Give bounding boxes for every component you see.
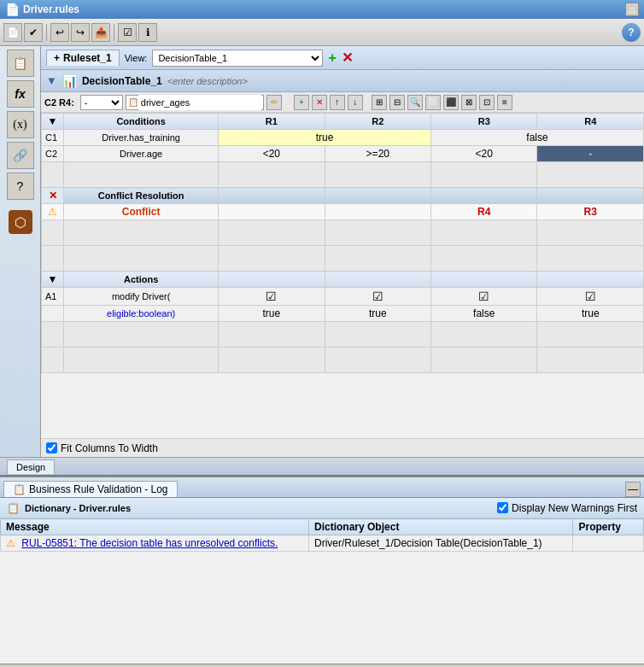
ruleset-bar: + Ruleset_1 View: DecisionTable_1 + ✕ [41,46,644,70]
conditions-collapse[interactable]: ▼ [42,114,64,130]
conflict-collapse[interactable]: ✕ [42,188,64,204]
dt-collapse-icon[interactable]: ▼ [46,74,57,87]
extra-btn-6[interactable]: ⊠ [461,95,477,110]
actions-r3-header [431,272,537,288]
eligible-r1[interactable]: true [219,306,325,322]
sidebar-btn-link[interactable]: 🔗 [7,142,34,169]
file-icon: 📄 [5,3,20,16]
delete-view-button[interactable]: ✕ [342,50,353,66]
design-tab-bar: Design [0,457,644,476]
conflict-r2[interactable] [325,204,430,220]
error-link[interactable]: RUL-05851: The decision table has unreso… [21,537,278,549]
maximize-button[interactable]: □ [625,3,639,16]
dt-name: DecisionTable_1 [82,75,162,87]
fit-columns-checkbox[interactable] [46,442,57,453]
log-message-cell: ⚠ RUL-05851: The decision table has unre… [1,535,309,552]
extra-btn-8[interactable]: ≡ [497,95,512,110]
eligible-r2[interactable]: true [325,306,430,322]
extra-btn-5[interactable]: ⬛ [443,95,459,110]
redo-button[interactable]: ↪ [71,23,90,42]
cr-type-select[interactable]: - [80,95,123,110]
ruleset-tab[interactable]: + Ruleset_1 [46,50,120,66]
extra-btn-3[interactable]: 🔍 [407,95,423,110]
view-select[interactable]: DecisionTable_1 [152,50,323,67]
conflict-r4-header [537,188,644,204]
move-down-button[interactable]: ↓ [348,95,363,110]
display-warnings-checkbox[interactable] [497,502,508,513]
c2-label[interactable]: Driver.age [64,146,219,162]
empty-row-5 [42,348,644,373]
r1-header: R1 [219,114,325,130]
conflict-r4-val[interactable]: R3 [537,204,644,220]
actions-collapse[interactable]: ▼ [42,272,64,288]
c2-r2[interactable]: >=20 [325,146,430,162]
info-button[interactable]: ℹ [138,23,157,42]
decision-table: ▼ Conditions R1 R2 R3 R4 C1 Driver.has_t… [41,113,644,438]
sidebar-btn-octagon[interactable]: ⬡ [9,210,32,234]
add-view-button[interactable]: + [328,50,336,66]
status-bar: SDK Warnings: 1 Last Validation Time: 11… [0,664,644,667]
design-tab[interactable]: Design [7,459,55,474]
minimize-panel-button[interactable]: — [625,482,641,497]
log-header-row: Message Dictionary Object Property [1,519,644,535]
left-sidebar: 📋 fx (x) 🔗 ? ⬡ [0,46,41,457]
extra-btn-2[interactable]: ⊟ [389,95,405,110]
display-warnings-label: Display New Warnings First [512,502,637,514]
c1-r1r2[interactable]: true [219,130,431,146]
check-button[interactable]: ☑ [118,23,137,42]
c1-id: C1 [42,130,64,146]
dt-description[interactable]: <enter description> [167,76,248,86]
extra-btn-4[interactable]: ⬜ [425,95,441,110]
export-button[interactable]: 📤 [91,23,110,42]
empty-row-1 [42,162,644,188]
c1-label[interactable]: Driver.has_training [64,130,219,146]
eligible-r3[interactable]: false [431,306,537,322]
add-col-button[interactable]: + [294,95,309,110]
new-button[interactable]: 📄 [3,23,22,42]
sidebar-btn-help[interactable]: ? [7,173,34,200]
fit-columns-bar: Fit Columns To Width [41,438,644,457]
table-row: A1 modify Driver( ☑ ☑ ☑ ☑ [42,288,644,306]
sidebar-btn-x[interactable]: (x) [7,111,34,138]
help-button[interactable]: ? [622,23,641,42]
del-col-button[interactable]: ✕ [312,95,327,110]
actions-header: Actions [64,272,219,288]
display-warnings-area: Display New Warnings First [497,502,637,514]
log-row: ⚠ RUL-05851: The decision table has unre… [1,535,644,552]
conflict-header: Conflict Resolution [64,188,219,204]
conflict-r3-val[interactable]: R4 [431,204,537,220]
validation-log-tab[interactable]: 📋 Business Rule Validation - Log [3,481,178,497]
col-message-header: Message [1,519,309,535]
log-content: Message Dictionary Object Property ⚠ RUL… [0,518,644,664]
cr-toolbar: C2 R4: - 📋 ✏ + ✕ ↑ ↓ ⊞ ⊟ 🔍 ⬜ ⬛ ⊠ ⊡ ≡ [41,92,644,113]
a1-r4[interactable]: ☑ [537,288,644,306]
table-row: C2 Driver.age <20 >=20 <20 - [42,146,644,162]
extra-btn-7[interactable]: ⊡ [479,95,495,110]
c1-r3r4[interactable]: false [431,130,644,146]
dt-table: ▼ Conditions R1 R2 R3 R4 C1 Driver.has_t… [41,113,644,373]
conflict-r1[interactable] [219,204,325,220]
cr-field-input[interactable] [138,95,261,110]
r4-header: R4 [537,114,644,130]
c2-r4[interactable]: - [537,146,644,162]
c2-r1[interactable]: <20 [219,146,325,162]
extra-btn-1[interactable]: ⊞ [372,95,387,110]
undo-button[interactable]: ↩ [50,23,69,42]
a1-r1[interactable]: ☑ [219,288,325,306]
conflict-section-row: ✕ Conflict Resolution [42,188,644,204]
log-tab-label: Business Rule Validation - Log [29,483,168,495]
a1-r3[interactable]: ☑ [431,288,537,306]
move-up-button[interactable]: ↑ [330,95,345,110]
c2-r3[interactable]: <20 [431,146,537,162]
eligible-r4[interactable]: true [537,306,644,322]
eligible-label[interactable]: eligible:boolean) [64,306,219,322]
sidebar-btn-fx[interactable]: fx [7,80,34,108]
window-title: Driver.rules [23,3,79,15]
log-header: 📋 Dictionary - Driver.rules Display New … [0,498,644,518]
a1-label[interactable]: modify Driver( [64,288,219,306]
a1-r2[interactable]: ☑ [325,288,430,306]
sidebar-btn-1[interactable]: 📋 [7,50,34,77]
empty-row-4 [42,322,644,348]
validate-button[interactable]: ✔ [24,23,43,42]
edit-field-button[interactable]: ✏ [266,95,282,110]
